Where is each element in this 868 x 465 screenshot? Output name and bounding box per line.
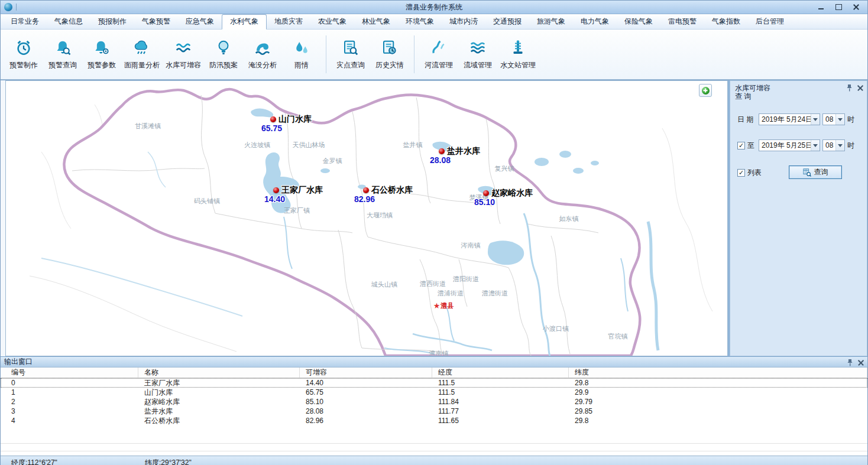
menu-tab-旅游气象[interactable]: 旅游气象	[529, 15, 573, 29]
column-header-纬度[interactable]: 纬度	[569, 368, 867, 378]
column-header-经度[interactable]: 经度	[432, 368, 569, 378]
menu-tab-应急气象[interactable]: 应急气象	[178, 15, 222, 29]
panel-close-icon[interactable]	[857, 85, 863, 91]
menu-tab-交通预报[interactable]: 交通预报	[485, 15, 529, 29]
toolbar-button-水库可增容[interactable]: 水库可增容	[163, 37, 204, 73]
menu-bar: 日常业务气象信息预报制作气象预警应急气象水利气象地质灾害农业气象林业气象环境气象…	[1, 14, 867, 30]
query-button[interactable]: 查询	[789, 165, 842, 179]
toolbar-separator	[414, 35, 414, 73]
town-label: 澧阳街道	[453, 275, 479, 284]
toolbar-button-label: 预警制作	[9, 60, 38, 70]
table-cell: 盐井水库	[138, 407, 300, 416]
toolbar-button-历史灾情[interactable]: 历史灾情	[370, 37, 409, 73]
main-area: 甘溪滩镇火连坡镇天供山林场金罗镇盐井镇复兴镇码头铺镇王家厂镇梦溪镇大堰垱镇涔南镇…	[1, 80, 867, 356]
menu-tab-农业气象[interactable]: 农业气象	[310, 15, 354, 29]
to-hour-combo[interactable]: 08	[822, 139, 845, 151]
to-checkbox[interactable]	[737, 142, 745, 149]
toolbar-button-label: 预警参数	[88, 60, 116, 70]
menu-tab-林业气象[interactable]: 林业气象	[354, 15, 398, 29]
output-title: 输出窗口	[4, 357, 33, 367]
menu-tab-后台管理[interactable]: 后台管理	[748, 15, 792, 29]
window-title: 澧县业务制作系统	[1, 2, 867, 12]
toolbar-button-河流管理[interactable]: 河流管理	[419, 37, 458, 73]
menu-tab-保险气象[interactable]: 保险气象	[617, 15, 660, 29]
menu-tab-城市内涝[interactable]: 城市内涝	[442, 15, 485, 29]
reservoir-dot-icon	[270, 116, 276, 122]
pin-icon[interactable]	[846, 84, 853, 92]
toolbar-button-流域管理[interactable]: 流域管理	[458, 37, 497, 73]
toolbar-button-灾点查询[interactable]: 灾点查询	[331, 37, 370, 73]
table-cell: 3	[1, 407, 138, 416]
table-cell: 111.5	[432, 388, 569, 397]
menu-tab-日常业务[interactable]: 日常业务	[3, 15, 47, 29]
table-cell: 王家厂水库	[138, 378, 300, 388]
from-date-combo[interactable]: 2019年 5月24日	[759, 113, 820, 125]
output-close-icon[interactable]	[858, 360, 864, 366]
history-disaster-icon	[381, 39, 399, 57]
toolbar-button-label: 防汛预案	[209, 60, 238, 70]
toolbar-button-面雨量分析[interactable]: 面雨量分析	[121, 37, 163, 73]
close-button[interactable]	[851, 3, 861, 11]
minimize-button[interactable]	[815, 3, 826, 11]
table-cell: 1	[1, 388, 138, 397]
table-cell: 111.84	[432, 397, 569, 407]
table-cell: 2	[1, 397, 138, 407]
menu-tab-电力气象[interactable]: 电力气象	[573, 15, 617, 29]
list-checkbox[interactable]	[737, 169, 745, 177]
toolbar-button-label: 河流管理	[425, 60, 453, 70]
rain-cloud-icon	[133, 39, 151, 57]
reservoir-dot-icon	[439, 148, 445, 154]
table-row[interactable]: 3盐井水库28.08111.7729.85	[1, 407, 867, 416]
column-header-编号[interactable]: 编号	[1, 368, 138, 378]
town-label: 澧澹街道	[482, 289, 508, 298]
toolbar-button-label: 面雨量分析	[124, 60, 160, 70]
from-hour-combo[interactable]: 08	[822, 113, 845, 125]
chevron-down-icon	[835, 114, 844, 125]
toolbar-button-水文站管理[interactable]: 水文站管理	[497, 37, 539, 73]
toolbar-button-防汛预案[interactable]: 防汛预案	[204, 37, 243, 73]
menu-tab-雷电预警[interactable]: 雷电预警	[660, 15, 704, 29]
table-body: 0王家厂水库14.40111.529.81山门水库65.75111.529.92…	[1, 378, 867, 456]
empty-row-line	[1, 443, 867, 444]
toolbar-separator	[326, 35, 326, 73]
menu-tab-气象预警[interactable]: 气象预警	[134, 15, 178, 29]
toolbar-button-预警制作[interactable]: 预警制作	[4, 37, 43, 73]
toolbar-button-预警查询[interactable]: 预警查询	[43, 37, 82, 73]
menu-tab-地质灾害[interactable]: 地质灾害	[267, 15, 310, 29]
toolbar-button-雨情[interactable]: 雨情	[282, 37, 321, 73]
menu-tab-水利气象[interactable]: 水利气象	[222, 14, 267, 30]
minimize-icon	[818, 8, 824, 9]
reservoir-dot-icon	[483, 190, 489, 196]
menu-tab-预报制作[interactable]: 预报制作	[90, 15, 134, 29]
table-row[interactable]: 2赵家峪水库85.10111.8429.79	[1, 397, 867, 407]
basin-icon	[469, 39, 487, 57]
table-row[interactable]: 4石公桥水库82.96111.6529.8	[1, 416, 867, 425]
toolbar-button-label: 灾点查询	[336, 60, 365, 70]
toolbar-button-label: 淹没分析	[248, 60, 277, 70]
table-row[interactable]: 1山门水库65.75111.529.9	[1, 388, 867, 397]
table-row[interactable]: 0王家厂水库14.40111.529.8	[1, 378, 867, 388]
app-window: 澧县业务制作系统 日常业务气象信息预报制作气象预警应急气象水利气象地质灾害农业气…	[0, 0, 868, 465]
menu-tab-气象信息[interactable]: 气象信息	[47, 15, 90, 29]
column-header-可增容[interactable]: 可增容	[300, 368, 432, 378]
town-label: 官垸镇	[608, 332, 628, 341]
table-cell: 14.40	[300, 378, 432, 388]
toolbar-button-label: 水库可增容	[166, 60, 201, 70]
toolbar-button-预警参数[interactable]: 预警参数	[82, 37, 121, 73]
maximize-icon	[835, 4, 842, 10]
toolbar-button-淹没分析[interactable]: 淹没分析	[243, 37, 282, 73]
town-label: 城头山镇	[371, 280, 397, 289]
column-header-名称[interactable]: 名称	[138, 368, 300, 378]
table-cell: 111.77	[432, 407, 569, 416]
disaster-search-icon	[342, 39, 359, 57]
map-zoom-button[interactable]	[699, 84, 712, 97]
date-label: 日 期	[737, 115, 756, 125]
maximize-button[interactable]	[833, 3, 844, 11]
menu-tab-环境气象[interactable]: 环境气象	[398, 15, 442, 29]
to-date-combo[interactable]: 2019年 5月25日	[759, 139, 820, 151]
table-cell: 29.79	[569, 397, 867, 407]
map-area[interactable]: 甘溪滩镇火连坡镇天供山林场金罗镇盐井镇复兴镇码头铺镇王家厂镇梦溪镇大堰垱镇涔南镇…	[5, 80, 728, 356]
pin-icon[interactable]	[847, 359, 853, 366]
reservoir-value: 85.10	[474, 197, 495, 207]
menu-tab-气象指数[interactable]: 气象指数	[704, 15, 748, 29]
